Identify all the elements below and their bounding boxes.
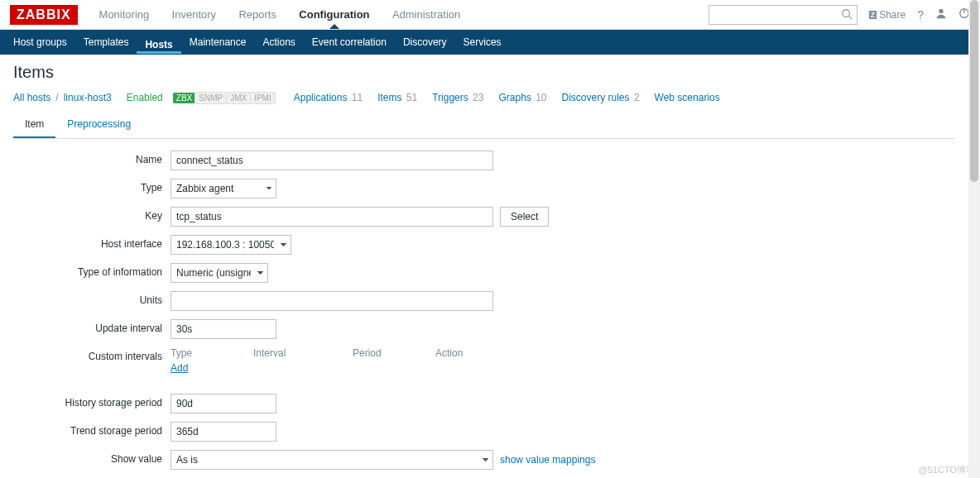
page-title: Items	[13, 63, 955, 82]
top-nav: Monitoring Inventory Reports Configurati…	[89, 8, 471, 21]
label-customintervals: Custom intervals	[13, 347, 171, 362]
scrollbar-thumb[interactable]	[970, 0, 978, 182]
add-interval-link[interactable]: Add	[171, 362, 188, 374]
label-updateinterval: Update interval	[13, 319, 171, 334]
search-icon[interactable]	[841, 8, 853, 22]
badge-zbx: ZBX	[173, 93, 195, 103]
label-units: Units	[13, 291, 171, 306]
badge-jmx: JMX	[226, 92, 251, 104]
ci-col-type: Type	[171, 347, 253, 359]
link-items[interactable]: Items 51	[377, 92, 417, 103]
bc-sep: /	[55, 92, 58, 103]
user-icon[interactable]	[935, 7, 947, 22]
tab-preprocessing[interactable]: Preprocessing	[55, 112, 142, 138]
nav-monitoring[interactable]: Monitoring	[99, 8, 150, 21]
input-units[interactable]	[171, 291, 493, 311]
subnav-hosts[interactable]: Hosts	[137, 31, 180, 54]
input-key[interactable]	[171, 207, 493, 227]
label-name: Name	[13, 151, 171, 165]
input-trend[interactable]	[171, 422, 276, 442]
badge-snmp: SNMP	[195, 92, 227, 104]
item-form: Name Type Zabbix agent Key Select Host i…	[13, 139, 955, 478]
tabs: Item Preprocessing	[13, 112, 955, 139]
select-typeofinfo[interactable]: Numeric (unsigned)	[171, 263, 268, 283]
select-type[interactable]: Zabbix agent	[171, 179, 276, 198]
share-button[interactable]: ZShare	[869, 9, 906, 21]
subnav-maintenance[interactable]: Maintenance	[181, 30, 255, 55]
page-scrollbar[interactable]	[968, 0, 980, 478]
select-button[interactable]: Select	[500, 207, 549, 227]
watermark: @51CTO博客	[919, 464, 975, 476]
sub-nav: Host groups Templates Hosts Maintenance …	[0, 30, 980, 55]
subnav-hostgroups[interactable]: Host groups	[5, 30, 75, 55]
nav-inventory[interactable]: Inventory	[172, 8, 216, 21]
ci-col-interval: Interval	[253, 347, 353, 359]
label-trend: Trend storage period	[13, 422, 171, 437]
ci-col-action: Action	[435, 347, 485, 359]
custom-intervals-table: Type Interval Period Action Add	[171, 347, 485, 374]
subnav-eventcorrelation[interactable]: Event correlation	[304, 30, 395, 55]
link-web[interactable]: Web scenarios	[655, 92, 722, 103]
search-input[interactable]	[709, 5, 858, 25]
label-type: Type	[13, 179, 171, 194]
bc-host[interactable]: linux-host3	[64, 92, 112, 103]
select-showvalue[interactable]: As is	[171, 450, 493, 470]
status-enabled: Enabled	[127, 92, 163, 103]
logo[interactable]: ZABBIX	[10, 5, 78, 25]
tab-item[interactable]: Item	[13, 112, 55, 138]
input-name[interactable]	[171, 151, 493, 170]
bc-allhosts[interactable]: All hosts	[13, 92, 50, 103]
badge-ipmi: IPMI	[250, 92, 276, 104]
nav-configuration[interactable]: Configuration	[299, 8, 369, 21]
label-key: Key	[13, 207, 171, 222]
link-graphs[interactable]: Graphs 10	[498, 92, 546, 103]
link-triggers[interactable]: Triggers 23	[432, 92, 483, 103]
show-value-mappings-link[interactable]: show value mappings	[500, 454, 595, 466]
subnav-services[interactable]: Services	[455, 30, 510, 55]
input-history[interactable]	[171, 394, 276, 413]
svg-point-0	[842, 9, 849, 17]
select-hostinterface[interactable]: 192.168.100.3 : 10050	[171, 235, 291, 255]
link-applications[interactable]: Applications 11	[294, 92, 363, 103]
label-hostinterface: Host interface	[13, 235, 171, 250]
svg-line-1	[848, 16, 852, 19]
svg-point-2	[939, 9, 943, 13]
subnav-discovery[interactable]: Discovery	[395, 30, 455, 55]
label-typeofinfo: Type of information	[13, 263, 171, 278]
search-wrap	[709, 5, 858, 25]
nav-reports[interactable]: Reports	[238, 8, 276, 21]
label-history: History storage period	[13, 394, 171, 409]
nav-administration[interactable]: Administration	[392, 8, 460, 21]
breadcrumb: All hosts / linux-host3 Enabled ZBXSNMPJ…	[13, 92, 955, 103]
subnav-actions[interactable]: Actions	[254, 30, 303, 55]
input-updateinterval[interactable]	[171, 319, 276, 339]
help-icon[interactable]: ?	[917, 8, 924, 22]
ci-col-period: Period	[353, 347, 435, 359]
subnav-templates[interactable]: Templates	[75, 30, 137, 55]
label-showvalue: Show value	[13, 450, 171, 465]
link-discovery[interactable]: Discovery rules 2	[562, 92, 640, 103]
